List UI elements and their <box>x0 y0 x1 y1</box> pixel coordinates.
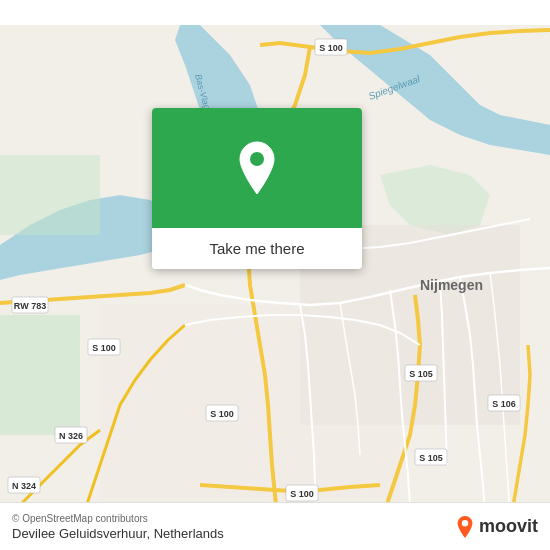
popup-card: Take me there <box>152 108 362 269</box>
bottom-left: © OpenStreetMap contributors Devilee Gel… <box>12 513 224 541</box>
moovit-pin-icon <box>455 515 475 539</box>
map-background: Nijmegen S 100 RW 783 S 100 N 326 N 324 … <box>0 0 550 550</box>
svg-text:N 324: N 324 <box>12 481 36 491</box>
svg-text:S 100: S 100 <box>210 409 234 419</box>
svg-text:S 100: S 100 <box>92 343 116 353</box>
moovit-brand-text: moovit <box>479 516 538 537</box>
bottom-bar: © OpenStreetMap contributors Devilee Gel… <box>0 502 550 550</box>
svg-text:Nijmegen: Nijmegen <box>420 277 483 293</box>
map-pin-icon <box>235 140 279 196</box>
svg-text:S 100: S 100 <box>290 489 314 499</box>
svg-rect-1 <box>0 315 80 435</box>
svg-text:RW 783: RW 783 <box>14 301 46 311</box>
svg-text:S 106: S 106 <box>492 399 516 409</box>
moovit-logo: moovit <box>455 515 538 539</box>
svg-text:S 105: S 105 <box>409 369 433 379</box>
svg-text:S 100: S 100 <box>319 43 343 53</box>
svg-point-33 <box>462 520 468 526</box>
location-name: Devilee Geluidsverhuur, Netherlands <box>12 526 224 541</box>
svg-text:S 105: S 105 <box>419 453 443 463</box>
svg-rect-4 <box>100 305 400 505</box>
svg-text:N 326: N 326 <box>59 431 83 441</box>
map-container: Nijmegen S 100 RW 783 S 100 N 326 N 324 … <box>0 0 550 550</box>
svg-rect-2 <box>0 155 100 235</box>
take-me-there-button[interactable]: Take me there <box>152 228 362 269</box>
popup-green-area <box>152 108 362 228</box>
svg-point-32 <box>250 152 264 166</box>
attribution-text: © OpenStreetMap contributors <box>12 513 224 524</box>
